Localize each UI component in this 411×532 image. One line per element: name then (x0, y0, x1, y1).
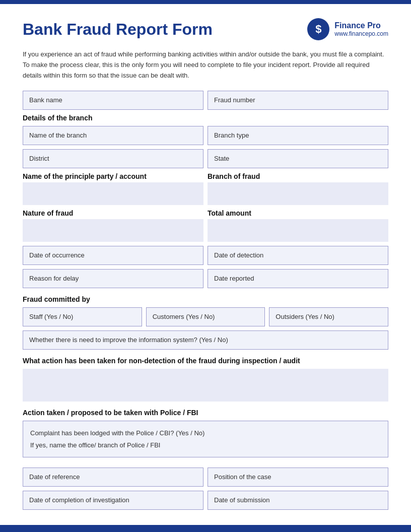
date-of-completion-field[interactable]: Date of completion of investigation (23, 491, 203, 510)
occurrence-detection-row: Date of occurrence Date of detection (23, 246, 388, 265)
description-text: If you experience an act of fraud while … (23, 49, 388, 81)
logo-text: Finance Pro www.financepo.com (334, 21, 388, 38)
logo-url: www.financepo.com (334, 30, 388, 37)
branch-of-fraud-input[interactable] (208, 182, 388, 205)
total-amount-input[interactable] (208, 219, 388, 242)
bottom-bar (0, 525, 411, 532)
district-state-row: District State (23, 149, 388, 168)
date-of-reference-field[interactable]: Date of reference (23, 468, 203, 487)
principle-party-label: Name of the principle party / account (23, 172, 203, 180)
name-of-branch-field[interactable]: Name of the branch (23, 126, 203, 145)
header: Bank Fraud Report Form $ Finance Pro www… (23, 18, 388, 40)
date-of-detection-field[interactable]: Date of detection (208, 246, 388, 265)
police-line1: Complaint has been lodged with the Polic… (30, 427, 381, 439)
logo-area: $ Finance Pro www.financepo.com (307, 18, 388, 40)
date-of-submission-field[interactable]: Date of submission (208, 491, 388, 510)
nature-of-fraud-input[interactable] (23, 219, 203, 242)
fraud-number-field[interactable]: Fraud number (208, 91, 388, 110)
position-of-case-field[interactable]: Position of the case (208, 468, 388, 487)
staff-field[interactable]: Staff (Yes / No) (23, 307, 142, 326)
nature-total-labels: Nature of fraud Total amount (23, 209, 388, 217)
branch-details-label: Details of the branch (23, 114, 388, 122)
police-section-label: Action taken / proposed to be taken with… (23, 409, 388, 417)
police-box: Complaint has been lodged with the Polic… (23, 421, 388, 457)
branch-of-fraud-label: Branch of fraud (208, 172, 388, 180)
action-question-label: What action has been taken for non-detec… (23, 357, 388, 365)
date-reported-field[interactable]: Date reported (208, 269, 388, 288)
outsiders-field[interactable]: Outsiders (Yes / No) (269, 307, 388, 326)
total-amount-label: Total amount (208, 209, 388, 217)
fraud-committed-label: Fraud committed by (23, 295, 388, 303)
bank-name-field[interactable]: Bank name (23, 91, 203, 110)
bank-fraud-row: Bank name Fraud number (23, 91, 388, 110)
reason-for-delay-field[interactable]: Reason for delay (23, 269, 203, 288)
action-textarea[interactable] (23, 369, 388, 402)
page-title: Bank Fraud Report Form (23, 20, 213, 39)
branch-name-type-row: Name of the branch Branch type (23, 126, 388, 145)
principle-branch-inputs (23, 182, 388, 205)
info-system-field[interactable]: Whether there is need to improve the inf… (23, 330, 388, 350)
fraud-committed-row: Staff (Yes / No) Customers (Yes / No) Ou… (23, 307, 388, 326)
logo-icon: $ (307, 18, 329, 40)
customers-field[interactable]: Customers (Yes / No) (146, 307, 265, 326)
principle-branch-labels: Name of the principle party / account Br… (23, 172, 388, 180)
completion-submission-row: Date of completion of investigation Date… (23, 491, 388, 510)
nature-of-fraud-label: Nature of fraud (23, 209, 203, 217)
date-of-occurrence-field[interactable]: Date of occurrence (23, 246, 203, 265)
top-bar (0, 0, 411, 4)
state-field[interactable]: State (208, 149, 388, 168)
nature-total-inputs (23, 219, 388, 242)
branch-type-field[interactable]: Branch type (208, 126, 388, 145)
district-field[interactable]: District (23, 149, 203, 168)
principle-party-input[interactable] (23, 182, 203, 205)
reference-position-row: Date of reference Position of the case (23, 468, 388, 487)
delay-reported-row: Reason for delay Date reported (23, 269, 388, 288)
police-line2: If yes, name the office/ branch of Polic… (30, 439, 381, 451)
logo-name: Finance Pro (334, 21, 388, 30)
